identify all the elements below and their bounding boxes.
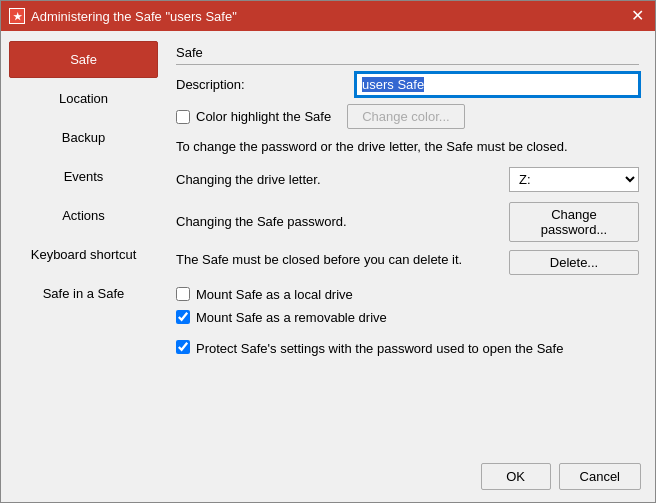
delete-row: The Safe must be closed before you can d… (176, 250, 639, 275)
drive-letter-label: Changing the drive letter. (176, 172, 509, 187)
sidebar-item-backup[interactable]: Backup (9, 119, 158, 156)
protect-checkbox[interactable] (176, 340, 190, 354)
change-color-button[interactable]: Change color... (347, 104, 464, 129)
close-button[interactable]: ✕ (627, 6, 647, 26)
protect-text: Protect Safe's settings with the passwor… (196, 339, 563, 359)
info-text: To change the password or the drive lett… (176, 137, 639, 157)
ok-button[interactable]: OK (481, 463, 551, 490)
sidebar-item-safe-in-a-safe[interactable]: Safe in a Safe (9, 275, 158, 312)
drive-letter-select[interactable]: Z: (509, 167, 639, 192)
dialog-body: Safe Location Backup Events Actions Keyb… (1, 31, 655, 455)
color-highlight-row: Color highlight the Safe Change color... (176, 104, 639, 129)
app-icon: ★ (9, 8, 25, 24)
title-bar: ★ Administering the Safe "users Safe" ✕ (1, 1, 655, 31)
mount-local-label: Mount Safe as a local drive (196, 287, 353, 302)
content-area: Safe Description: Color highlight the Sa… (166, 31, 655, 455)
color-highlight-checkbox[interactable] (176, 110, 190, 124)
cancel-button[interactable]: Cancel (559, 463, 641, 490)
mount-removable-row: Mount Safe as a removable drive (176, 310, 639, 325)
description-group: Description: (176, 73, 639, 96)
mount-local-checkbox[interactable] (176, 287, 190, 301)
password-row: Changing the Safe password. Change passw… (176, 202, 639, 242)
protect-row: Protect Safe's settings with the passwor… (176, 339, 639, 359)
mount-removable-checkbox[interactable] (176, 310, 190, 324)
change-password-button[interactable]: Change password... (509, 202, 639, 242)
sidebar-item-events[interactable]: Events (9, 158, 158, 195)
sidebar-item-keyboard-shortcut[interactable]: Keyboard shortcut (9, 236, 158, 273)
sidebar-item-location[interactable]: Location (9, 80, 158, 117)
drive-letter-row: Changing the drive letter. Z: (176, 167, 639, 192)
section-title: Safe (176, 45, 639, 65)
description-input[interactable] (356, 73, 639, 96)
sidebar-item-actions[interactable]: Actions (9, 197, 158, 234)
dialog-footer: OK Cancel (1, 455, 655, 502)
color-highlight-label: Color highlight the Safe (196, 109, 331, 124)
dialog: ★ Administering the Safe "users Safe" ✕ … (0, 0, 656, 503)
description-label: Description: (176, 77, 356, 92)
mount-removable-label: Mount Safe as a removable drive (196, 310, 387, 325)
password-label: Changing the Safe password. (176, 214, 509, 229)
sidebar: Safe Location Backup Events Actions Keyb… (1, 31, 166, 455)
delete-button[interactable]: Delete... (509, 250, 639, 275)
app-icon-symbol: ★ (13, 11, 22, 22)
title-bar-text: Administering the Safe "users Safe" (31, 9, 627, 24)
delete-info-text: The Safe must be closed before you can d… (176, 250, 509, 270)
sidebar-item-safe[interactable]: Safe (9, 41, 158, 78)
mount-local-row: Mount Safe as a local drive (176, 287, 639, 302)
